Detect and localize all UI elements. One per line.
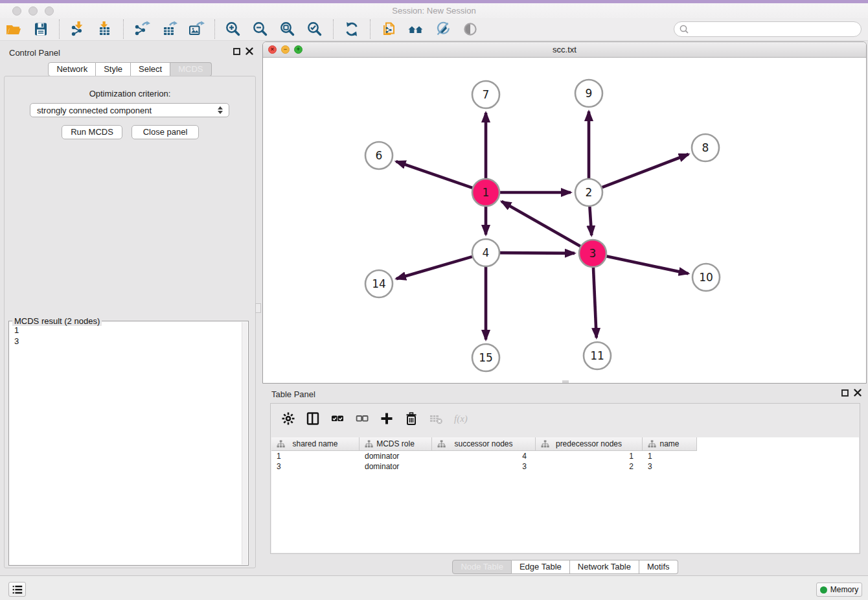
graph-edge-2-8[interactable] [602, 154, 689, 187]
graph-edge-4-14[interactable] [396, 257, 472, 279]
settings-gear-icon[interactable] [279, 409, 298, 428]
graph-node-label-3: 3 [589, 247, 597, 260]
run-mcds-button[interactable]: Run MCDS [62, 125, 122, 139]
toolbar-separator [59, 19, 60, 39]
toolbar-separator [370, 19, 371, 39]
toolbar-separator [214, 19, 215, 39]
column-visibility-icon[interactable] [303, 409, 323, 428]
table-toolbar: f(x) [271, 404, 860, 433]
zoom-out-icon[interactable] [250, 19, 271, 39]
zoom-fit-icon[interactable] [277, 19, 298, 39]
tab-network-table[interactable]: Network Table [570, 560, 639, 574]
canvas-resize-grip[interactable] [562, 380, 569, 383]
memory-button[interactable]: Memory [816, 583, 862, 597]
result-scrollbar[interactable] [242, 322, 247, 564]
export-table-icon[interactable] [159, 19, 179, 39]
tab-style[interactable]: Style [96, 62, 131, 76]
graph-node-label-15: 15 [479, 351, 493, 364]
network-window-titlebar[interactable]: × − + scc.txt [263, 42, 866, 58]
tab-select[interactable]: Select [131, 62, 170, 76]
hide-annotations-icon[interactable] [433, 19, 453, 39]
tab-motifs[interactable]: Motifs [639, 560, 678, 574]
delete-table-icon [426, 409, 446, 428]
table-panel-tabs: Node TableEdge TableNetwork TableMotifs [262, 560, 868, 574]
graph: 7968124314101511 [263, 58, 866, 383]
float-table-panel-icon[interactable] [841, 389, 849, 397]
graph-edge-3-1[interactable] [501, 202, 580, 246]
network-view-window: × − + scc.txt 7968124314101511 [262, 41, 867, 384]
table-cell: 3 [432, 461, 536, 472]
tab-mcds[interactable]: MCDS [170, 62, 211, 76]
application-window: Session: New Session Control Panel Netwo… [0, 0, 868, 600]
open-session-icon[interactable] [3, 19, 24, 39]
split-pane-grip[interactable] [255, 303, 261, 313]
graph-edge-1-6[interactable] [396, 161, 472, 188]
close-panel-icon[interactable] [246, 47, 253, 55]
network-copy-icon[interactable] [378, 19, 399, 39]
import-table-icon[interactable] [95, 19, 115, 39]
main-toolbar [0, 18, 868, 41]
search-box [674, 21, 862, 37]
tab-edge-table[interactable]: Edge Table [512, 560, 570, 574]
search-icon [679, 24, 690, 35]
table-cell: 1 [271, 451, 360, 461]
toolbar-separator [123, 19, 124, 39]
import-network-icon[interactable] [67, 19, 88, 39]
dropdown-stepper-icon [214, 106, 226, 114]
column-header-MCDS-role[interactable]: MCDS role [360, 437, 432, 451]
table-panel-title: Table Panel [271, 389, 315, 399]
graph-edge-4-3[interactable] [500, 253, 575, 253]
graph-node-label-10: 10 [699, 271, 713, 284]
tab-network[interactable]: Network [48, 62, 96, 76]
node-table: shared nameMCDS rolesuccessor nodesprede… [271, 437, 859, 553]
graph-node-label-1: 1 [483, 186, 490, 199]
network-canvas[interactable]: 7968124314101511 [263, 58, 866, 383]
eye-icon[interactable] [460, 19, 481, 39]
mcds-result-title: MCDS result (2 nodes) [12, 316, 102, 326]
zoom-selected-icon[interactable] [304, 19, 325, 39]
export-image-icon[interactable] [186, 19, 207, 39]
table-cell: 3 [271, 461, 360, 472]
column-label: predecessor nodes [556, 439, 622, 448]
close-panel-button[interactable]: Close panel [131, 125, 199, 139]
macos-titlebar: Session: New Session [0, 3, 868, 18]
status-bar: Memory [0, 575, 868, 600]
column-label: shared name [292, 439, 337, 448]
tab-node-table[interactable]: Node Table [452, 560, 512, 574]
table-row[interactable]: 1dominator411 [271, 451, 859, 461]
graph-node-label-9: 9 [586, 87, 593, 100]
table-cell: 2 [536, 461, 643, 472]
delete-row-icon[interactable] [402, 409, 421, 428]
graph-edge-2-3[interactable] [589, 207, 591, 235]
add-row-icon[interactable] [377, 409, 396, 428]
graph-edge-3-11[interactable] [593, 268, 597, 338]
export-network-icon[interactable] [131, 19, 152, 39]
graph-node-label-14: 14 [372, 277, 386, 290]
column-header-shared-name[interactable]: shared name [271, 437, 360, 451]
table-panel-header: Table Panel [262, 386, 868, 402]
column-header-predecessor-nodes[interactable]: predecessor nodes [536, 437, 643, 451]
graph-edge-3-10[interactable] [607, 257, 689, 274]
table-body: 1dominator4113dominator323 [271, 451, 859, 472]
table-cell: dominator [360, 451, 432, 461]
search-input[interactable] [690, 23, 861, 36]
task-history-button[interactable] [8, 582, 26, 597]
column-header-name[interactable]: name [643, 437, 697, 451]
control-panel: Control Panel NetworkStyleSelectMCDS Opt… [0, 44, 260, 573]
table-row[interactable]: 3dominator323 [271, 461, 859, 472]
deselect-all-icon[interactable] [352, 409, 372, 428]
zoom-in-icon[interactable] [223, 19, 244, 39]
graph-node-label-2: 2 [586, 186, 593, 199]
table-cell: 1 [643, 451, 697, 461]
criterion-dropdown[interactable]: strongly connected component [30, 103, 229, 117]
session-title: Session: New Session [0, 6, 868, 16]
function-builder-icon: f(x) [451, 409, 470, 428]
toolbar-separator [333, 19, 334, 39]
float-panel-icon[interactable] [233, 48, 240, 55]
double-home-icon[interactable] [405, 19, 426, 39]
refresh-icon[interactable] [341, 19, 362, 39]
column-header-successor-nodes[interactable]: successor nodes [432, 437, 536, 451]
close-table-panel-icon[interactable] [854, 389, 862, 397]
save-session-icon[interactable] [30, 19, 51, 39]
select-all-icon[interactable] [328, 409, 347, 428]
